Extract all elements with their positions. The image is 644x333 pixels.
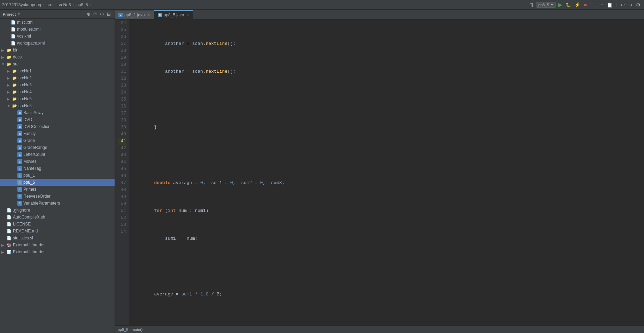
collapse-btn[interactable]: ⊟ bbox=[106, 11, 112, 17]
new-file-btn[interactable]: ⊕ bbox=[86, 11, 92, 17]
code-line-30: for (int num : num1) bbox=[132, 207, 644, 214]
commit-btn[interactable]: ↑ bbox=[599, 1, 605, 8]
sidebar-item-srcno4[interactable]: ▶ 📁 srcNo4 bbox=[0, 88, 115, 95]
sidebar-item-primes[interactable]: C Primes bbox=[0, 186, 115, 193]
toolbar-sort-btn[interactable]: ⇅ bbox=[528, 1, 535, 8]
line-num-39: 39 bbox=[118, 124, 126, 131]
sidebar-item-pp8_1[interactable]: C pp8_1 bbox=[0, 172, 115, 179]
redo-button[interactable]: ↪ bbox=[627, 1, 634, 8]
sidebar-item-external-libraries[interactable]: ▶ 📚 External Libraries bbox=[0, 241, 115, 248]
stop-button[interactable]: ■ bbox=[582, 1, 588, 8]
history-btn[interactable]: 📋 bbox=[605, 1, 614, 8]
sidebar-item-movies[interactable]: C Movies bbox=[0, 158, 115, 165]
sidebar-item-docs[interactable]: ▶ 📁 docs bbox=[0, 54, 115, 61]
sidebar-item-gitignore[interactable]: 📄 .gitignore bbox=[0, 207, 115, 214]
tab-close-pp8_5[interactable]: ✕ bbox=[186, 13, 189, 17]
sidebar-item-bin[interactable]: ▶ 📁 bin bbox=[0, 47, 115, 54]
breadcrumb-srcno6[interactable]: srcNo6 bbox=[57, 2, 71, 7]
sidebar-item-dvd[interactable]: C DVD bbox=[0, 116, 115, 123]
line-num-43: 43 bbox=[118, 152, 126, 159]
sidebar-item-pp8_5[interactable]: C pp8_5 bbox=[0, 179, 115, 186]
tab-close-pp8_1[interactable]: ✕ bbox=[147, 13, 150, 17]
line-num-28: 28 bbox=[118, 47, 126, 54]
top-toolbar: 20172313yukunpeng › src › srcNo6 › pp8_5… bbox=[0, 0, 644, 10]
breadcrumb-pp8_5[interactable]: pp8_5 bbox=[76, 2, 88, 7]
class-label-pp8_5: pp8_5 bbox=[23, 180, 35, 185]
sidebar-item-srcno5[interactable]: ▶ 📁 srcNo5 bbox=[0, 95, 115, 102]
java-class-icon: C bbox=[17, 131, 22, 136]
java-class-icon: C bbox=[17, 110, 22, 115]
file-icon: 📄 bbox=[6, 207, 12, 213]
sidebar-item-readme[interactable]: 📄 README.md bbox=[0, 228, 115, 235]
expand-arrow: ▶ bbox=[1, 250, 6, 254]
folder-label-srcno3: srcNo3 bbox=[18, 82, 32, 87]
sidebar-item-autocompile[interactable]: 📄 AutoCompileX.sh bbox=[0, 214, 115, 221]
sidebar-item-reeveseorder[interactable]: C ReeveseOrder bbox=[0, 193, 115, 200]
java-tab-icon: C bbox=[118, 13, 123, 17]
run-config-selector[interactable]: pp8_5 ▼ bbox=[536, 2, 556, 8]
sidebar-item-vcs-xml[interactable]: 📄 vcs.xml bbox=[0, 33, 115, 40]
breadcrumb-project[interactable]: 20172313yukunpeng bbox=[2, 2, 41, 7]
tab-bar: C pp8_1.java ✕ C pp8_5.java ✕ bbox=[115, 10, 644, 19]
class-label-nametag: NameTag bbox=[23, 166, 41, 171]
class-label-dvdcollection: DVDCollection bbox=[23, 124, 51, 129]
folder-label-bin: bin bbox=[13, 48, 18, 53]
undo-button[interactable]: ↩ bbox=[619, 1, 626, 8]
code-content[interactable]: another = scan.nextLine(); another = sca… bbox=[129, 19, 644, 325]
sh-file-icon: 📄 bbox=[6, 214, 12, 220]
sidebar-item-srcno2[interactable]: ▶ 📁 srcNo2 bbox=[0, 74, 115, 81]
sidebar-header: Project ▼ ⊕ ⟳ ⚙ ⊟ bbox=[0, 10, 115, 19]
line-num-26: 26 bbox=[118, 33, 126, 40]
main-area: Project ▼ ⊕ ⟳ ⚙ ⊟ 📄 misc.xml 📄 modules.x… bbox=[0, 10, 644, 333]
file-icon: 📄 bbox=[6, 221, 12, 227]
folder-label-external-libraries: External Libraries bbox=[13, 243, 45, 247]
sidebar: Project ▼ ⊕ ⟳ ⚙ ⊟ 📄 misc.xml 📄 modules.x… bbox=[0, 10, 115, 333]
folder-open-icon: 📂 bbox=[6, 61, 12, 67]
sidebar-tree: 📄 misc.xml 📄 modules.xml 📄 vcs.xml 📄 wor… bbox=[0, 19, 115, 333]
line-num-53: 53 bbox=[118, 221, 126, 228]
tab-pp8_1[interactable]: C pp8_1.java ✕ bbox=[115, 10, 154, 19]
folder-label-scratches-consoles: External Libraries bbox=[13, 249, 45, 254]
sidebar-item-workspace-xml[interactable]: 📄 workspace.xml bbox=[0, 40, 115, 47]
line-num-51: 51 bbox=[118, 207, 126, 214]
coverage-button[interactable]: ⚡ bbox=[573, 1, 582, 8]
sidebar-item-dvdcollection[interactable]: C DVDCollection bbox=[0, 123, 115, 130]
breadcrumb-sep-2: › bbox=[54, 3, 56, 7]
settings-gear-btn[interactable]: ⚙ bbox=[99, 11, 105, 17]
settings-button[interactable]: ⚙ bbox=[635, 1, 642, 8]
sidebar-header-icons: ⊕ ⟳ ⚙ ⊟ bbox=[86, 11, 112, 17]
sidebar-item-scratches-consoles[interactable]: ▶ 📊 External Libraries bbox=[0, 248, 115, 255]
sidebar-item-family[interactable]: C Family bbox=[0, 130, 115, 137]
debug-button[interactable]: 🐛 bbox=[564, 2, 572, 8]
sidebar-item-graderange[interactable]: C GradeRange bbox=[0, 144, 115, 151]
breadcrumb-sep-4: › bbox=[90, 3, 92, 7]
sidebar-item-variableparameters[interactable]: C VariableParameters bbox=[0, 200, 115, 207]
line-num-49: 49 bbox=[118, 193, 126, 200]
sidebar-item-modules-xml[interactable]: 📄 modules.xml bbox=[0, 26, 115, 33]
tab-pp8_5[interactable]: C pp8_5.java ✕ bbox=[154, 10, 194, 19]
sidebar-item-basicarray[interactable]: C BasicArray bbox=[0, 109, 115, 116]
sidebar-item-lettercount[interactable]: C LetterCount bbox=[0, 151, 115, 158]
sync-btn[interactable]: ⟳ bbox=[92, 11, 98, 17]
sidebar-item-license[interactable]: 📄 LICENSE bbox=[0, 221, 115, 228]
sidebar-item-srcno1[interactable]: ▶ 📁 srcNo1 bbox=[0, 68, 115, 74]
code-editor[interactable]: 24 25 26 27 28 29 30 31 32 33 34 35 36 3… bbox=[115, 19, 644, 325]
breadcrumb-src[interactable]: src bbox=[47, 2, 52, 7]
update-project-btn[interactable]: ↓ bbox=[593, 1, 599, 8]
sidebar-item-nametag[interactable]: C NameTag bbox=[0, 165, 115, 172]
expand-arrow: ▶ bbox=[7, 76, 12, 80]
java-class-icon: C bbox=[17, 152, 22, 157]
sidebar-item-grade[interactable]: C Grade bbox=[0, 137, 115, 144]
line-num-31: 31 bbox=[118, 68, 126, 75]
sidebar-item-statistics[interactable]: 📄 statistics.sh bbox=[0, 235, 115, 241]
sidebar-item-src[interactable]: ▼ 📂 src bbox=[0, 61, 115, 68]
sidebar-item-srcno6[interactable]: ▼ 📂 srcNo6 bbox=[0, 102, 115, 109]
run-button[interactable]: ▶ bbox=[557, 1, 564, 9]
bottom-breadcrumb: pp8_5 › main() bbox=[118, 327, 142, 332]
sidebar-item-misc-xml[interactable]: 📄 misc.xml bbox=[0, 19, 115, 26]
file-label-autocompile: AutoCompileX.sh bbox=[13, 215, 45, 220]
bottom-bar: pp8_5 › main() bbox=[115, 325, 644, 333]
sidebar-item-srcno3[interactable]: ▶ 📁 srcNo3 bbox=[0, 81, 115, 88]
code-line-32 bbox=[132, 263, 644, 270]
folder-label-src: src bbox=[13, 62, 18, 66]
